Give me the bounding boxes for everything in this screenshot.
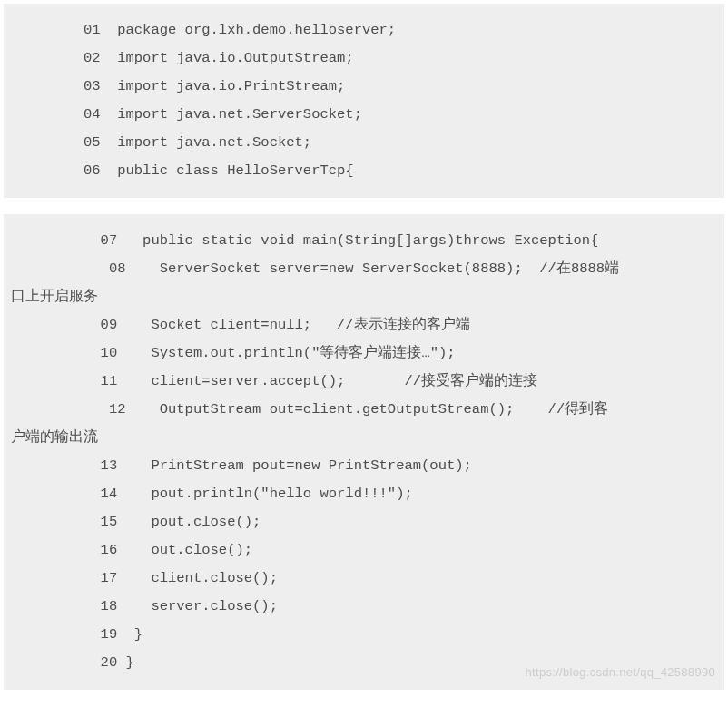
code-line: 16 out.close(); bbox=[11, 536, 717, 565]
code-line: 08 ServerSocket server=new ServerSocket(… bbox=[11, 255, 717, 283]
code-line: 09 Socket client=null; //表示连接的客户端 bbox=[11, 311, 717, 339]
code-line-wrap: 口上开启服务 bbox=[11, 283, 717, 311]
code-line: 02 import java.io.OutputStream; bbox=[11, 44, 717, 73]
code-line: 05 import java.net.Socket; bbox=[11, 129, 717, 157]
code-line: 14 pout.println("hello world!!!"); bbox=[11, 480, 717, 508]
code-line: 04 import java.net.ServerSocket; bbox=[11, 101, 717, 129]
code-line: 11 client=server.accept(); //接受客户端的连接 bbox=[11, 368, 717, 396]
code-block-1: 01 package org.lxh.demo.helloserver; 02 … bbox=[4, 4, 724, 198]
code-line: 17 client.close(); bbox=[11, 565, 717, 593]
code-line: 07 public static void main(String[]args)… bbox=[11, 227, 717, 255]
watermark-text: https://blog.csdn.net/qq_42588990 bbox=[526, 661, 715, 684]
code-line: 10 System.out.println("等待客户端连接…"); bbox=[11, 339, 717, 368]
code-line: 06 public class HelloServerTcp{ bbox=[11, 157, 717, 185]
code-line: 18 server.close(); bbox=[11, 593, 717, 621]
code-line: 15 pout.close(); bbox=[11, 508, 717, 536]
code-line: 01 package org.lxh.demo.helloserver; bbox=[11, 16, 717, 44]
code-line: 13 PrintStream pout=new PrintStream(out)… bbox=[11, 452, 717, 480]
code-line: 12 OutputStream out=client.getOutputStre… bbox=[11, 396, 717, 424]
code-line-wrap: 户端的输出流 bbox=[11, 424, 717, 452]
code-block-2: 07 public static void main(String[]args)… bbox=[4, 214, 724, 690]
code-line: 03 import java.io.PrintStream; bbox=[11, 73, 717, 101]
code-line: 19 } bbox=[11, 621, 717, 649]
